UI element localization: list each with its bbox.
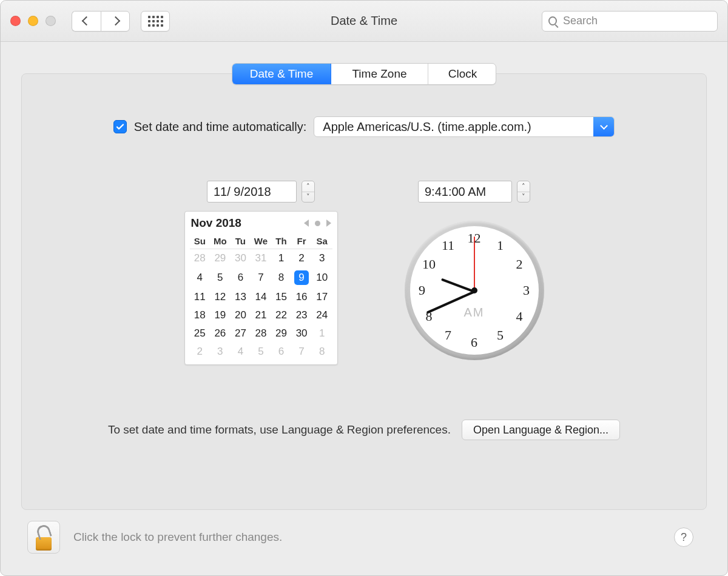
- calendar-prev-button[interactable]: [304, 219, 309, 227]
- calendar-dow: Th: [271, 233, 292, 249]
- calendar-day[interactable]: 2: [190, 343, 211, 361]
- calendar-day[interactable]: 24: [312, 306, 332, 324]
- auto-set-checkbox[interactable]: [113, 120, 127, 133]
- date-column: 11/ 9/2018 ˄˅ Nov 2018: [184, 181, 338, 365]
- chevron-right-icon: [110, 16, 120, 26]
- calendar-dow: Su: [190, 233, 211, 249]
- lock-button[interactable]: [27, 521, 60, 554]
- calendar-day[interactable]: 29: [271, 324, 292, 343]
- stepper-down-icon: ˅: [517, 192, 530, 203]
- clock-numeral: 6: [471, 335, 477, 350]
- clock-numeral: 8: [426, 309, 433, 324]
- clock-numeral: 3: [523, 283, 530, 298]
- clock-numeral: 12: [468, 230, 481, 246]
- calendar-day[interactable]: 18: [190, 306, 211, 324]
- auto-set-label: Set date and time automatically:: [134, 120, 307, 134]
- calendar-day[interactable]: 15: [271, 288, 292, 306]
- tab-clock[interactable]: Clock: [428, 64, 496, 84]
- calendar-day[interactable]: 21: [251, 306, 271, 324]
- calendar-day[interactable]: 16: [291, 288, 312, 306]
- calendar-day[interactable]: 17: [312, 288, 332, 306]
- calendar-day[interactable]: 11: [190, 288, 211, 306]
- calendar-day[interactable]: 2: [291, 249, 312, 268]
- calendar-day[interactable]: 9: [291, 267, 312, 288]
- checkmark-icon: [115, 122, 125, 132]
- calendar-next-button[interactable]: [326, 219, 331, 227]
- calendar-day[interactable]: 30: [291, 324, 312, 343]
- chevron-down-icon: [593, 117, 614, 136]
- calendar-day[interactable]: 10: [312, 267, 332, 288]
- calendar-day[interactable]: 4: [231, 343, 251, 361]
- clock-numeral: 2: [516, 256, 522, 272]
- calendar-day[interactable]: 5: [210, 267, 231, 288]
- calendar-day[interactable]: 1: [312, 324, 332, 343]
- clock-numeral: 4: [516, 309, 522, 324]
- calendar-day[interactable]: 6: [231, 267, 251, 288]
- forward-button[interactable]: [101, 11, 130, 32]
- date-field[interactable]: 11/ 9/2018: [207, 181, 297, 203]
- calendar-day[interactable]: 14: [251, 288, 271, 306]
- calendar-day[interactable]: 8: [312, 343, 332, 361]
- calendar-title: Nov 2018: [191, 216, 241, 230]
- calendar-day[interactable]: 3: [210, 343, 231, 361]
- calendar-day[interactable]: 7: [251, 267, 271, 288]
- minimize-icon[interactable]: [28, 16, 38, 26]
- calendar-day[interactable]: 7: [291, 343, 312, 361]
- clock-numeral: 1: [497, 238, 504, 253]
- time-field[interactable]: 9:41:00 AM: [418, 181, 512, 203]
- calendar-day[interactable]: 29: [210, 249, 231, 268]
- close-icon[interactable]: [10, 16, 21, 26]
- calendar-day[interactable]: 30: [231, 249, 251, 268]
- preferences-window: Date & Time Date & Time Time Zone Clock …: [0, 0, 728, 576]
- hour-hand: [440, 278, 474, 293]
- calendar-day[interactable]: 25: [190, 324, 211, 343]
- calendar-today-button[interactable]: [315, 221, 320, 226]
- search-field[interactable]: [542, 11, 718, 32]
- calendar-day[interactable]: 12: [210, 288, 231, 306]
- calendar-grid: SuMoTuWeThFrSa 2829303112345678910111213…: [190, 233, 332, 361]
- titlebar: Date & Time: [1, 1, 727, 42]
- calendar-day[interactable]: 20: [231, 306, 251, 324]
- window-controls: [10, 16, 56, 26]
- calendar-day[interactable]: 1: [271, 249, 292, 268]
- calendar-day[interactable]: 13: [231, 288, 251, 306]
- calendar-day[interactable]: 28: [190, 249, 211, 268]
- calendar-day[interactable]: 26: [210, 324, 231, 343]
- tab-date-time[interactable]: Date & Time: [232, 64, 331, 84]
- calendar-dow: Tu: [231, 233, 251, 249]
- analog-clock: AM 121234567891011: [405, 221, 544, 360]
- calendar-day[interactable]: 3: [312, 249, 332, 268]
- search-input[interactable]: [562, 14, 711, 28]
- footer: Click the lock to prevent further change…: [21, 510, 707, 554]
- calendar-day[interactable]: 5: [251, 343, 271, 361]
- calendar: Nov 2018 SuMoTuWeThFrSa 2829303112345678…: [184, 211, 338, 365]
- back-button[interactable]: [72, 11, 101, 32]
- calendar-day[interactable]: 8: [271, 267, 292, 288]
- clock-numeral: 5: [497, 327, 504, 343]
- calendar-day[interactable]: 23: [291, 306, 312, 324]
- nav-back-forward: [72, 11, 130, 32]
- calendar-dow: Fr: [291, 233, 312, 249]
- open-language-region-button[interactable]: Open Language & Region...: [462, 420, 620, 440]
- date-stepper[interactable]: ˄˅: [302, 181, 315, 203]
- stepper-down-icon: ˅: [302, 192, 314, 203]
- calendar-dow: Sa: [312, 233, 332, 249]
- calendar-day[interactable]: 28: [251, 324, 271, 343]
- calendar-day[interactable]: 27: [231, 324, 251, 343]
- calendar-dow: Mo: [210, 233, 231, 249]
- grid-icon: [148, 16, 163, 27]
- clock-pin-icon: [471, 287, 477, 293]
- tab-time-zone[interactable]: Time Zone: [331, 64, 428, 84]
- calendar-dow: We: [251, 233, 271, 249]
- time-server-combo[interactable]: Apple Americas/U.S. (time.apple.com.): [314, 116, 615, 137]
- help-button[interactable]: ?: [674, 527, 693, 547]
- clock-numeral: 10: [422, 256, 436, 272]
- tab-bar: Date & Time Time Zone Clock: [232, 63, 496, 85]
- time-stepper[interactable]: ˄˅: [517, 181, 530, 203]
- calendar-day[interactable]: 6: [271, 343, 292, 361]
- calendar-day[interactable]: 31: [251, 249, 271, 268]
- calendar-day[interactable]: 19: [210, 306, 231, 324]
- show-all-button[interactable]: [141, 11, 170, 32]
- calendar-day[interactable]: 22: [271, 306, 292, 324]
- calendar-day[interactable]: 4: [190, 267, 211, 288]
